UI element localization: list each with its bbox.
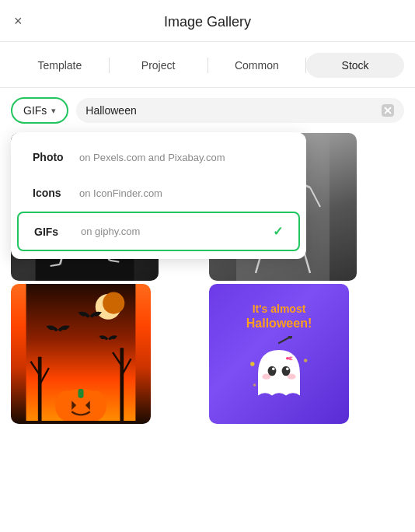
dialog-title: Image Gallery: [164, 14, 251, 30]
search-box: [76, 98, 404, 123]
clear-icon: [381, 103, 395, 117]
dropdown-item-photo-name: Photo: [33, 151, 79, 163]
tab-stock[interactable]: Stock: [306, 53, 404, 78]
tabs-bar: Template Project Common Stock: [0, 42, 415, 88]
dropdown-item-gifs[interactable]: GIFs on giphy.com ✓: [17, 212, 300, 251]
dropdown-item-photo[interactable]: Photo on Pexels.com and Pixabay.com: [17, 140, 300, 174]
svg-line-48: [279, 338, 290, 343]
chevron-down-icon: ▾: [51, 106, 56, 116]
ghost-svg: [244, 336, 314, 406]
svg-point-58: [304, 359, 308, 363]
svg-point-35: [103, 292, 124, 314]
image-item-bats[interactable]: [11, 284, 151, 424]
tab-common[interactable]: Common: [208, 53, 306, 78]
clear-search-button[interactable]: [381, 103, 395, 117]
dropdown-label: GIFs: [23, 104, 47, 117]
svg-point-53: [286, 368, 289, 371]
svg-point-55: [288, 374, 296, 380]
dropdown-item-photo-desc: on Pexels.com and Pixabay.com: [79, 152, 284, 163]
image-item-ghost[interactable]: It's almost Halloween!: [209, 284, 349, 424]
search-row: GIFs ▾: [0, 88, 415, 133]
close-icon: ×: [14, 13, 23, 29]
svg-point-51: [282, 366, 291, 376]
tab-template[interactable]: Template: [11, 53, 109, 78]
svg-point-52: [272, 368, 275, 371]
search-input[interactable]: [85, 104, 375, 117]
svg-point-59: [253, 384, 256, 387]
dropdown-item-gifs-name: GIFs: [34, 226, 81, 238]
svg-rect-39: [78, 389, 83, 398]
tab-project[interactable]: Project: [110, 53, 208, 78]
svg-point-50: [268, 366, 277, 376]
bats-svg: [11, 284, 151, 421]
dropdown-item-icons-desc: on IconFinder.com: [79, 187, 284, 199]
media-type-dropdown[interactable]: GIFs ▾: [11, 97, 68, 124]
selected-checkmark-icon: ✓: [273, 224, 283, 239]
image-row-2: It's almost Halloween!: [11, 284, 404, 424]
close-button[interactable]: ×: [14, 14, 23, 28]
ghost-card-text: It's almost Halloween!: [246, 302, 312, 332]
dropdown-item-icons-name: Icons: [33, 187, 79, 199]
svg-point-57: [250, 362, 254, 366]
dropdown-item-gifs-desc: on giphy.com: [81, 226, 273, 237]
dropdown-item-icons[interactable]: Icons on IconFinder.com: [17, 176, 300, 210]
svg-point-54: [262, 374, 270, 380]
media-type-dropdown-menu: Photo on Pexels.com and Pixabay.com Icon…: [11, 132, 306, 259]
svg-point-56: [286, 357, 289, 360]
header: × Image Gallery: [0, 0, 415, 42]
